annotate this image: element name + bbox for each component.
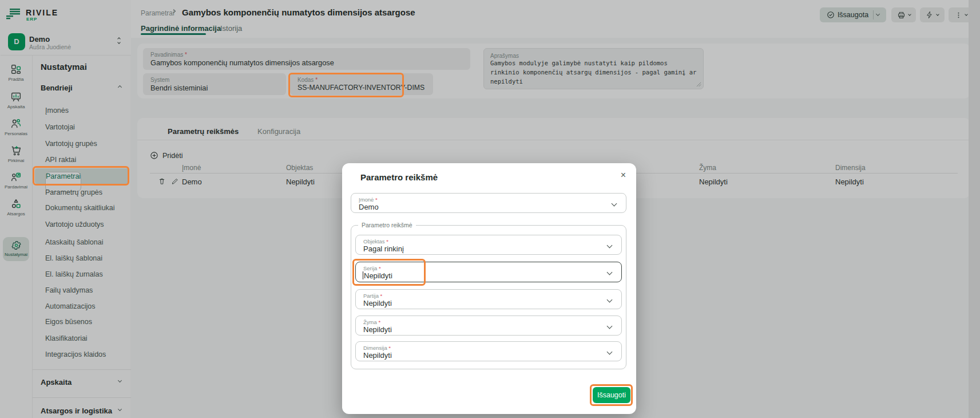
chevron-down-icon: [607, 243, 613, 249]
field-value: Nepildyti: [363, 325, 392, 334]
zyma-select[interactable]: Žyma * Nepildyti: [355, 316, 622, 336]
field-label: Žyma *: [363, 319, 380, 325]
field-label: Partija *: [363, 293, 382, 299]
field-label: Dimensija *: [363, 345, 391, 351]
required-mark: *: [379, 265, 381, 271]
objektas-select[interactable]: Objektas * Pagal rinkinį: [355, 235, 622, 255]
close-icon[interactable]: ×: [621, 170, 626, 180]
required-mark: *: [386, 238, 388, 245]
modal-title: Parametro reikšmė: [360, 172, 438, 182]
field-value: Pagal rinkinį: [363, 245, 404, 253]
dimensija-select[interactable]: Dimensija * Nepildyti: [355, 341, 622, 361]
field-value: Nepildyti: [363, 351, 392, 360]
field-value: Nepildyti: [364, 271, 392, 280]
required-mark: *: [375, 196, 378, 203]
parameter-value-group: Parametro reikšmė Objektas * Pagal rinki…: [351, 225, 626, 369]
required-mark: *: [388, 345, 391, 351]
save-button[interactable]: Išsaugoti: [593, 387, 630, 403]
group-label: Parametro reikšmė: [358, 222, 416, 228]
field-value: Demo: [359, 203, 379, 211]
partija-select[interactable]: Partija * Nepildyti: [355, 289, 622, 309]
chevron-down-icon: [612, 201, 617, 207]
field-value: Nepildyti: [363, 299, 392, 307]
field-label: Serija *: [363, 265, 381, 271]
serija-select[interactable]: Serija * Nepildyti: [355, 262, 622, 282]
parameter-value-modal: Parametro reikšmė × Įmonė * Demo Paramet…: [342, 163, 636, 414]
imone-select[interactable]: Įmonė * Demo: [351, 193, 626, 213]
chevron-down-icon: [607, 297, 613, 303]
chevron-down-icon: [607, 270, 613, 275]
chevron-down-icon: [607, 324, 613, 329]
text-cursor: [363, 271, 363, 279]
required-mark: *: [378, 319, 380, 325]
field-label: Objektas *: [363, 238, 388, 245]
required-mark: *: [380, 293, 383, 299]
field-label: Įmonė *: [359, 196, 378, 203]
app-root: Pradžia Apskaita Personalas Pirkimai Par…: [0, 0, 980, 418]
chevron-down-icon: [607, 349, 613, 355]
